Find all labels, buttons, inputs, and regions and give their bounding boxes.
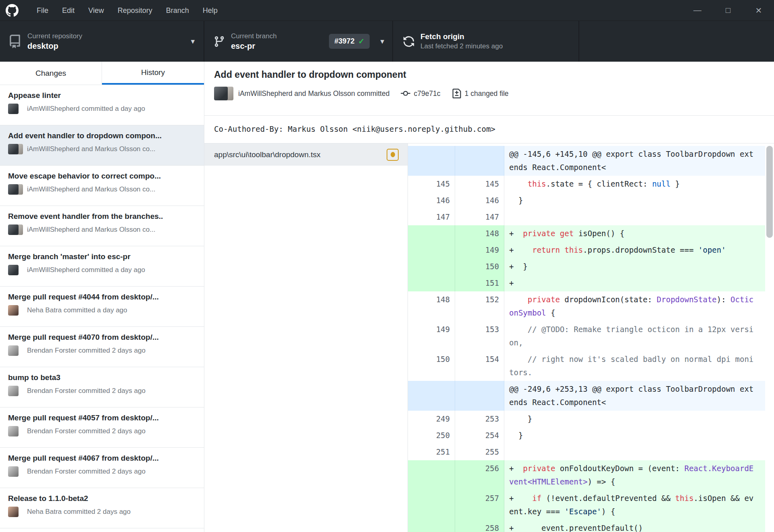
commit-list-item[interactable]: Appease linteriAmWillShepherd committed …	[0, 85, 204, 125]
file-modified-icon	[387, 149, 399, 161]
menu-item-help[interactable]: Help	[196, 0, 225, 21]
diff-old-line-number	[408, 460, 455, 490]
diff-code-line	[504, 209, 765, 225]
diff-old-line-number: 145	[408, 176, 455, 192]
diff-code-line: // right now it's scaled badly on normal…	[504, 351, 765, 381]
commit-avatars	[8, 345, 23, 356]
commit-list-item[interactable]: Merge pull request #4067 from desktop/..…	[0, 448, 204, 488]
minimize-button[interactable]: —	[682, 0, 713, 21]
diff-old-line-number: 250	[408, 427, 455, 444]
maximize-button[interactable]: □	[713, 0, 743, 21]
commit-list-meta: Brendan Forster committed 2 days ago	[8, 426, 197, 436]
tab-history[interactable]: History	[102, 62, 204, 85]
current-branch-button[interactable]: Current branch esc-pr #3972 ✓ ▾	[204, 21, 393, 62]
toolbar-spacer	[579, 21, 774, 62]
diff-code-line: +	[504, 275, 765, 291]
diff-old-line-number	[408, 242, 455, 258]
commit-list-title: Move escape behavior to correct compo...	[8, 172, 197, 181]
commit-list-item[interactable]: Add event handler to dropdown compon...i…	[0, 125, 204, 166]
commit-title: Add event handler to dropdown component	[214, 69, 764, 80]
diff-code-line: // @TODO: Remake triangle octicon in a 1…	[504, 321, 765, 351]
toolbar: Current repository desktop ▾ Current bra…	[0, 21, 774, 62]
commit-list-item[interactable]: Merge pull request #4070 from desktop/..…	[0, 327, 204, 367]
chevron-down-icon: ▾	[380, 37, 384, 46]
diff-old-line-number: 249	[408, 411, 455, 427]
changed-file-list: app\src\ui\toolbar\dropdown.tsx	[204, 143, 408, 532]
git-branch-icon	[213, 35, 225, 48]
diff-old-line-number: 147	[408, 209, 455, 225]
git-commit-icon	[401, 89, 410, 98]
diff-row: @@ -249,6 +253,13 @@ export class Toolba…	[408, 381, 765, 411]
commit-sha: c79e71c	[414, 89, 440, 98]
committer-avatars	[214, 87, 233, 100]
avatar	[8, 345, 19, 356]
diff-new-line-number: 154	[455, 351, 504, 381]
commit-list-meta: Neha Batra committed 2 days ago	[8, 507, 197, 517]
close-button[interactable]: ✕	[743, 0, 774, 21]
diff-old-line-number	[408, 225, 455, 242]
commit-list-item[interactable]: Merge pull request #4057 from desktop/..…	[0, 407, 204, 448]
menu-item-branch[interactable]: Branch	[159, 0, 196, 21]
commit-header: Add event handler to dropdown component …	[204, 62, 774, 115]
commit-list-title: Appease linter	[8, 91, 197, 100]
avatar	[8, 265, 19, 275]
diff-new-line-number: 152	[455, 291, 504, 321]
diff-row: 148+ private get isOpen() {	[408, 225, 765, 242]
commit-list-meta: Brendan Forster committed 2 days ago	[8, 386, 197, 396]
diff-old-line-number	[408, 275, 455, 291]
diff-new-line-number: 147	[455, 209, 504, 225]
commit-list-meta: iAmWillShepherd and Markus Olsson co...	[8, 224, 197, 235]
diff-scrollbar[interactable]	[766, 146, 773, 238]
tab-label: Changes	[35, 69, 66, 78]
commit-list-item[interactable]: Merge branch 'master' into esc-priAmWill…	[0, 246, 204, 287]
commit-list-item[interactable]: Release to 1.1.0-beta2Neha Batra committ…	[0, 488, 204, 528]
diff-row: 150154 // right now it's scaled badly on…	[408, 351, 765, 381]
commit-list-item[interactable]: bump to beta3Brendan Forster committed 2…	[0, 367, 204, 407]
commit-list-item[interactable]: Move escape behavior to correct compo...…	[0, 166, 204, 206]
menu-item-repository[interactable]: Repository	[111, 0, 159, 21]
commit-list-meta-text: Brendan Forster committed 2 days ago	[27, 427, 146, 435]
file-row[interactable]: app\src\ui\toolbar\dropdown.tsx	[204, 143, 408, 166]
commit-list-item[interactable]: Merge pull request #4044 from desktop/..…	[0, 287, 204, 327]
commit-list-meta: iAmWillShepherd and Markus Olsson co...	[8, 144, 197, 154]
avatar	[8, 507, 19, 517]
diff-new-line-number: 258	[455, 520, 504, 532]
current-repository-button[interactable]: Current repository desktop ▾	[0, 21, 204, 62]
avatar	[8, 466, 19, 477]
diff-old-line-number	[408, 490, 455, 520]
commit-list-meta-text: iAmWillShepherd and Markus Olsson co...	[27, 226, 155, 234]
commit-avatars	[8, 426, 23, 436]
diff-new-line-number: 146	[455, 192, 504, 209]
sync-icon	[403, 35, 415, 48]
menu-item-view[interactable]: View	[81, 0, 111, 21]
diff-code-line: + }	[504, 258, 765, 275]
commit-list-item[interactable]: Remove event handler from the branches..…	[0, 206, 204, 246]
avatar	[8, 305, 19, 316]
tab-changes[interactable]: Changes	[0, 62, 102, 85]
diff-new-line-number: 255	[455, 444, 504, 460]
file-path: app\src\ui\toolbar\dropdown.tsx	[214, 150, 387, 159]
diff-old-line-number: 149	[408, 321, 455, 351]
menu-item-file[interactable]: File	[30, 0, 55, 21]
commit-list-meta-text: iAmWillShepherd committed a day ago	[27, 105, 145, 113]
commit-avatars	[8, 466, 23, 477]
fetch-origin-button[interactable]: Fetch origin Last fetched 2 minutes ago	[393, 21, 579, 62]
commit-list: Appease linteriAmWillShepherd committed …	[0, 85, 204, 532]
diff-new-line-number: 151	[455, 275, 504, 291]
commit-list-meta-text: Neha Batra committed 2 days ago	[27, 508, 131, 516]
current-repository-value: desktop	[27, 42, 82, 51]
menu-item-edit[interactable]: Edit	[55, 0, 81, 21]
commit-sha-group: c79e71c	[401, 89, 440, 98]
diff-row: 258+ event.preventDefault()	[408, 520, 765, 532]
history-sidebar: ChangesHistory Appease linteriAmWillShep…	[0, 62, 204, 532]
diff-pane: @@ -145,6 +145,10 @@ export class Toolba…	[408, 143, 774, 532]
diff-new-line-number	[455, 381, 504, 411]
commit-list-meta: Brendan Forster committed 2 days ago	[8, 466, 197, 477]
diff-hunk-header: @@ -249,6 +253,13 @@ export class Toolba…	[504, 381, 765, 411]
diff-row: 149+ return this.props.dropdownState ===…	[408, 242, 765, 258]
diff-hunk-header: @@ -145,6 +145,10 @@ export class Toolba…	[504, 146, 765, 176]
diff-code-line: + if (!event.defaultPrevented && this.is…	[504, 490, 765, 520]
diff-code-line	[504, 444, 765, 460]
commit-avatars	[8, 184, 23, 195]
file-diff-icon	[452, 89, 462, 98]
